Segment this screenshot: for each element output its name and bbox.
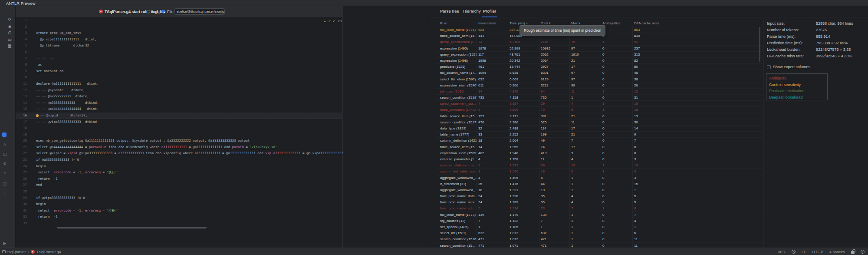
line-number[interactable]: 14 (16, 100, 27, 106)
line-number[interactable]: 19 (16, 132, 27, 138)
clear-icon[interactable]: ∅ (6, 30, 13, 36)
encoding-indicator[interactable]: UTF-8 (812, 250, 823, 254)
table-row[interactable]: select_list_elem (1592)6326.669612997038 (436, 76, 763, 83)
code-line[interactable]: 14—— —— @a333333333333 dtkind, (16, 100, 343, 106)
line-number[interactable]: 10 (16, 74, 27, 81)
code-line[interactable]: 20exec nb_com_getsysconfig @a11111111111… (16, 138, 343, 144)
code-line[interactable]: 9set nocount on (16, 68, 343, 75)
input-radio[interactable] (147, 10, 150, 13)
line-number[interactable]: 27 (16, 182, 27, 189)
table-row[interactable]: query_specification (1...7460.1862116151… (436, 39, 763, 45)
line-number[interactable]: 2 (16, 24, 27, 30)
line-number[interactable]: 9 (16, 68, 27, 75)
line-number[interactable]: 12 (16, 87, 27, 94)
breadcrumb[interactable]: tsql-parser › ▲ TSqlParser.g4 (2, 248, 61, 255)
code-line[interactable]: 17—— —— @vipa333333333333 dtkind (16, 119, 343, 126)
line-number[interactable]: 24 (16, 163, 27, 170)
line-number[interactable]: 8 (16, 62, 27, 68)
code-line[interactable]: 32 return -1 (16, 214, 343, 220)
line-number[interactable]: 21 (16, 144, 27, 151)
line-number[interactable]: 31 (16, 208, 27, 214)
code-line[interactable]: 5 @p_tblname dtchar32 (16, 43, 343, 49)
line-number[interactable]: 29 (16, 195, 27, 202)
line-number[interactable]: 1 (16, 17, 27, 24)
line-number[interactable]: 5 (16, 43, 27, 49)
table-row[interactable]: query_expression (1527)11748.76120621910… (436, 52, 763, 58)
table-row[interactable]: set_special (1485)11.1051101 (436, 224, 763, 230)
table-row[interactable]: select_list (1581)6321.073632106 (436, 230, 763, 236)
menu-icon[interactable]: ≡ (2, 171, 8, 176)
breadcrumb-project[interactable]: tsql-parser (7, 250, 26, 254)
table-row[interactable]: expression_elem (1590)6115.266321199026 (436, 83, 763, 89)
line-number[interactable]: 20 (16, 138, 27, 144)
code-line[interactable]: 2 (16, 24, 343, 30)
column-header-dfa-cache-miss[interactable]: DFA cache miss (633, 21, 763, 25)
table-row[interactable]: full_table_name (1773)1391.179139107 (436, 212, 763, 218)
table-row[interactable]: search_condition (15...4711.0714711011 (436, 243, 763, 248)
breadcrumb-file[interactable]: TSqlParser.g4 (36, 250, 61, 254)
code-line[interactable]: 12—— —— @sysdate dtdate, (16, 87, 343, 94)
line-ending-indicator[interactable]: LF (802, 250, 806, 254)
indent-indicator[interactable]: 4 spaces (829, 250, 845, 254)
column-header-time-ms-[interactable]: Time (ms)∨ (508, 21, 539, 25)
code-line[interactable]: 22select @vipid = vipid,@vipa33333333333… (16, 150, 343, 157)
code-line[interactable]: 21select @a444444444444444 = paravalue f… (16, 144, 343, 151)
line-number[interactable]: 13 (16, 93, 27, 100)
refresh-icon[interactable]: ↻ (6, 17, 13, 22)
table-row[interactable]: func_proc_name_serv...241.28995405 (436, 199, 763, 205)
column-header-rule[interactable]: Rule (436, 21, 477, 25)
lock-icon[interactable] (851, 251, 855, 254)
code-line[interactable]: 29if @vipa333333333333 !='0' (16, 195, 343, 202)
table-row[interactable]: execute_statement_ar...21.7333913113 (436, 162, 763, 169)
table-row[interactable]: table_name (1777)332.2521992109 (436, 132, 763, 138)
notifications-icon[interactable]: ! (861, 250, 865, 254)
disable-icon[interactable]: ⊘ (2, 161, 8, 166)
table-row[interactable]: func_proc_name_data...241.29895405 (436, 193, 763, 199)
table-row[interactable]: aggregate_windowed_...181.33118101 (436, 187, 763, 193)
code-line[interactable]: 18 (16, 125, 343, 132)
code-line[interactable]: 24begin (16, 163, 343, 170)
intention-bulb-icon[interactable] (36, 114, 39, 117)
assistant-icon[interactable]: A (2, 142, 8, 147)
line-number[interactable]: 32 (16, 214, 27, 220)
code-line[interactable]: 3create proc up_com_test (16, 30, 343, 36)
structure-icon[interactable]: ◫ (2, 152, 8, 157)
table-scrollbar[interactable] (759, 27, 760, 62)
table-row[interactable]: func_proc_name_sch...51.23423718 (436, 205, 763, 212)
line-number[interactable]: 3 (16, 30, 27, 36)
table-row[interactable]: expression_elem (1589)4021.948413308 (436, 150, 763, 156)
line-number[interactable]: 11 (16, 81, 27, 87)
column-header-ambiguities[interactable]: Ambiguities (601, 21, 633, 25)
circle-tool-icon[interactable]: ◌ (2, 191, 8, 196)
table-row[interactable]: column_definition (1421)182.06449707 (436, 138, 763, 144)
table-row[interactable]: predicate (1525)46113.444292717080 (436, 64, 763, 70)
table-row[interactable]: if_statement (31)351.476441015 (436, 181, 763, 187)
code-line[interactable]: 15—— —— @a444444444444444 dtint, (16, 106, 343, 113)
code-line[interactable]: 10 (16, 74, 343, 81)
line-number[interactable]: 4 (16, 36, 27, 43)
expert-columns-row[interactable]: Show expert columns (767, 65, 810, 69)
code-line[interactable]: 11declare @a1111111111111 dtint, (16, 81, 343, 87)
table-row[interactable]: join_part (1536)144.8769411112 (436, 89, 763, 95)
table-row[interactable]: data_type (1829)322.48811417014 (436, 126, 763, 132)
code-line[interactable]: 28 (16, 189, 343, 195)
input-radio-label[interactable]: Input (152, 10, 161, 14)
table-row[interactable]: table_constraint (1443)93.609709116 (436, 107, 763, 113)
highlighting-level-icon[interactable] (792, 250, 796, 254)
tab-profiler[interactable]: Profiler (483, 6, 496, 17)
code-line[interactable]: 31 select errorcode = -1, errormsg = '准备… (16, 208, 343, 214)
tab-hierarchy[interactable]: Hierarchy (463, 6, 481, 17)
line-number[interactable]: 28 (16, 189, 27, 195)
line-number[interactable]: 26 (16, 176, 27, 182)
table-row[interactable]: search_condition (1517)4702.78652511030 (436, 119, 763, 126)
table-row[interactable]: sql_clauses (12)71.1227104 (436, 218, 763, 224)
line-number[interactable]: 25 (16, 169, 27, 176)
table-row[interactable]: expression (1498)199820.342206421082 (436, 58, 763, 64)
column-header-total-k[interactable]: Total k (539, 21, 570, 25)
browse-folder-icon[interactable]: ❐ (220, 10, 224, 15)
table-row[interactable]: select_statement_sta...73.987294119 (436, 101, 763, 107)
table-row[interactable]: table_source_item (15...141.959741708 (436, 144, 763, 150)
code-line[interactable]: 13—— —— @a2222222222 dtdate, (16, 93, 343, 100)
tab-parse-tree[interactable]: Parse tree (440, 6, 459, 17)
square-tool-icon[interactable]: ▢ (2, 181, 8, 186)
